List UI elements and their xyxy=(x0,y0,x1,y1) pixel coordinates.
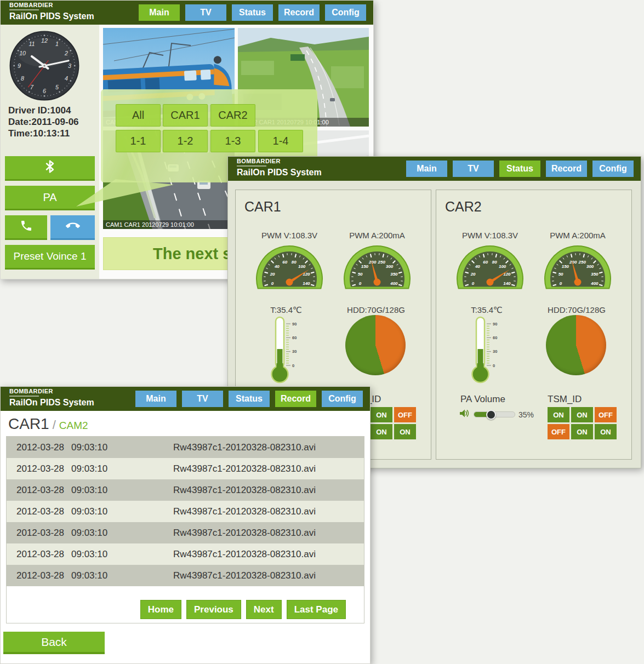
pa-volume-slider: 35% xyxy=(459,409,534,420)
svg-text:40: 40 xyxy=(274,264,280,269)
speaker-icon xyxy=(459,409,470,420)
svg-text:250: 250 xyxy=(578,260,586,265)
svg-text:60: 60 xyxy=(282,260,287,265)
selector-1-4-button[interactable]: 1-4 xyxy=(258,130,303,152)
volume-track[interactable] xyxy=(474,411,515,417)
table-row[interactable]: 2012-03-2809:03:10Rw43987c1-20120328-082… xyxy=(7,543,364,565)
pwm-current-gauge: 050150200250300350400 xyxy=(341,242,413,290)
breadcrumb-cam[interactable]: CAM2 xyxy=(59,420,88,431)
svg-text:11: 11 xyxy=(29,41,35,47)
tab-main[interactable]: Main xyxy=(406,161,447,177)
breadcrumb-car[interactable]: CAR1 xyxy=(8,415,49,432)
svg-text:1: 1 xyxy=(55,41,59,47)
phone-hangup-icon xyxy=(66,219,80,236)
pwm-current-label: PWM A:200mA xyxy=(542,231,613,240)
driver-id-line: Driver ID:1004 xyxy=(8,105,79,116)
record-header: BOMBARDIER RailOn PIDS System Main TV St… xyxy=(1,387,370,411)
tab-config[interactable]: Config xyxy=(592,161,634,177)
svg-text:140: 140 xyxy=(303,281,310,286)
previous-button[interactable]: Previous xyxy=(186,600,241,619)
svg-text:350: 350 xyxy=(591,272,599,277)
tsm-toggle[interactable]: OFF xyxy=(548,424,569,439)
tab-tv[interactable]: TV xyxy=(182,391,223,407)
tsm-toggle[interactable]: ON xyxy=(394,424,416,439)
preset-voice-button[interactable]: Preset Voince 1 xyxy=(5,245,95,270)
desktop: BOMBARDIER RailOn PIDS System Main TV St… xyxy=(0,0,644,664)
next-button[interactable]: Next xyxy=(246,600,282,619)
pwm-voltage-label: PWM V:108.3V xyxy=(454,231,526,240)
tab-status[interactable]: Status xyxy=(499,161,540,177)
svg-text:12: 12 xyxy=(41,37,48,44)
svg-text:250: 250 xyxy=(378,260,386,265)
tsm-toggle[interactable]: ON xyxy=(548,407,569,422)
tab-tv[interactable]: TV xyxy=(453,161,494,177)
table-row[interactable]: 2012-03-2809:03:10Rw43987c1-20120328-082… xyxy=(7,522,364,543)
tab-record[interactable]: Record xyxy=(546,161,587,177)
table-row[interactable]: 2012-03-2809:03:10Rw43987c1-20120328-082… xyxy=(7,458,364,479)
pa-volume-label: PA Volume xyxy=(460,394,505,405)
svg-text:200: 200 xyxy=(368,260,377,265)
table-row[interactable]: 2012-03-2809:03:10Rw43987c1-20120328-082… xyxy=(7,437,364,458)
svg-text:0: 0 xyxy=(560,281,562,286)
call-button[interactable] xyxy=(5,215,47,240)
tab-config[interactable]: Config xyxy=(322,391,363,407)
back-button[interactable]: Back xyxy=(3,632,105,654)
volume-percent: 35% xyxy=(518,410,534,419)
tsm-toggle[interactable]: OFF xyxy=(595,407,617,422)
tsm-toggle[interactable]: ON xyxy=(371,424,392,439)
bluetooth-button[interactable] xyxy=(5,156,95,181)
table-row[interactable]: 2012-03-2809:03:10Rw43987c1-20120328-082… xyxy=(7,479,364,501)
tab-record[interactable]: Record xyxy=(278,4,320,21)
svg-text:90: 90 xyxy=(292,322,297,327)
bombardier-logo: BOMBARDIER xyxy=(237,158,322,164)
hdd-pie-chart xyxy=(546,315,606,375)
svg-text:50: 50 xyxy=(558,272,563,277)
tab-status[interactable]: Status xyxy=(229,391,270,407)
svg-text:0: 0 xyxy=(271,281,274,286)
record-breadcrumb: CAR1/CAM2 xyxy=(8,415,88,433)
record-nav: Main TV Status Record Config xyxy=(135,391,363,407)
selector-1-3-button[interactable]: 1-3 xyxy=(210,130,255,152)
temperature-label: T:35.4℃ xyxy=(454,305,520,315)
home-button[interactable]: Home xyxy=(140,600,181,619)
selector-1-2-button[interactable]: 1-2 xyxy=(163,130,208,152)
thermometer: 0306090 xyxy=(267,315,303,385)
svg-text:40: 40 xyxy=(475,264,480,269)
bombardier-logo: BOMBARDIER xyxy=(9,2,94,8)
tab-tv[interactable]: TV xyxy=(185,4,226,21)
thermometer: 0306090 xyxy=(468,315,503,385)
tsm-toggle[interactable]: OFF xyxy=(394,407,416,422)
svg-text:5: 5 xyxy=(55,84,59,90)
pwm-current-gauge: 050150200250300350400 xyxy=(542,242,613,290)
tab-status[interactable]: Status xyxy=(232,4,273,21)
tab-config[interactable]: Config xyxy=(325,4,366,21)
selector-car1-button[interactable]: CAR1 xyxy=(163,104,208,127)
phone-call-icon xyxy=(20,219,33,235)
last-page-button[interactable]: Last Page xyxy=(287,600,346,619)
svg-text:400: 400 xyxy=(590,281,599,286)
status-nav: Main TV Status Record Config xyxy=(406,161,634,177)
app-title: RailOn PIDS System xyxy=(9,12,94,21)
svg-text:8: 8 xyxy=(21,75,24,82)
tsm-toggle[interactable]: ON xyxy=(571,407,593,422)
svg-text:10: 10 xyxy=(19,50,26,56)
tab-main[interactable]: Main xyxy=(139,4,180,21)
selector-all-button[interactable]: All xyxy=(116,104,161,127)
svg-text:300: 300 xyxy=(586,264,594,269)
selector-car2-button[interactable]: CAR2 xyxy=(210,104,255,127)
volume-thumb[interactable] xyxy=(486,410,496,420)
tab-main[interactable]: Main xyxy=(135,391,176,407)
selector-1-1-button[interactable]: 1-1 xyxy=(116,130,161,152)
breadcrumb-separator: / xyxy=(53,418,56,432)
svg-text:150: 150 xyxy=(361,264,369,269)
hangup-button[interactable] xyxy=(50,215,95,240)
table-row[interactable]: 2012-03-2809:03:10Rw43987c1-20120328-082… xyxy=(7,501,364,522)
svg-text:100: 100 xyxy=(499,264,506,269)
tsm-toggle[interactable]: ON xyxy=(571,424,593,439)
tsm-toggle[interactable]: ON xyxy=(595,424,617,439)
svg-text:300: 300 xyxy=(386,264,394,269)
table-row[interactable]: 2012-03-2809:03:10Rw43987c1-20120328-082… xyxy=(7,565,364,586)
recordings-table: 2012-03-2809:03:10Rw43987c1-20120328-082… xyxy=(6,436,364,623)
tab-record[interactable]: Record xyxy=(275,391,316,407)
tsm-toggle[interactable]: ON xyxy=(371,407,392,422)
